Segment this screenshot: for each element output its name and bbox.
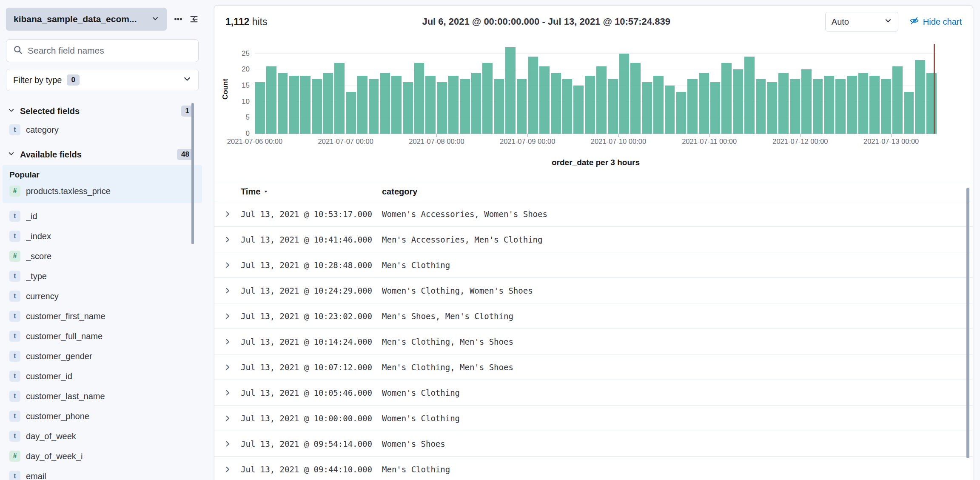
histogram-bar[interactable] xyxy=(380,73,390,134)
field-item-customer_id[interactable]: tcustomer_id xyxy=(6,366,199,386)
histogram-bar[interactable] xyxy=(494,79,504,134)
histogram-bar[interactable] xyxy=(551,73,561,134)
histogram-bar[interactable] xyxy=(346,92,356,134)
histogram-bar[interactable] xyxy=(414,63,424,134)
histogram-bar[interactable] xyxy=(630,63,641,134)
column-header-category[interactable]: category xyxy=(382,187,973,197)
field-item-products.taxless_price[interactable]: #products.taxless_price xyxy=(6,181,199,201)
histogram-bar[interactable] xyxy=(676,92,686,134)
histogram-bar[interactable] xyxy=(357,76,368,134)
table-scrollbar[interactable] xyxy=(966,188,969,458)
expand-row-button[interactable] xyxy=(224,338,241,346)
histogram-bar[interactable] xyxy=(323,73,333,134)
histogram-bar[interactable] xyxy=(733,69,743,134)
histogram-bar[interactable] xyxy=(425,76,436,134)
histogram-bar[interactable] xyxy=(255,82,265,134)
expand-row-button[interactable] xyxy=(224,389,241,397)
hide-chart-button[interactable]: Hide chart xyxy=(909,16,962,28)
interval-select[interactable]: Auto xyxy=(825,12,898,31)
histogram-bar[interactable] xyxy=(608,79,618,134)
histogram-bar[interactable] xyxy=(505,47,516,134)
histogram-bar[interactable] xyxy=(460,79,470,134)
histogram-bar[interactable] xyxy=(721,63,732,134)
histogram-bar[interactable] xyxy=(448,76,459,134)
histogram-bar[interactable] xyxy=(904,92,914,134)
histogram-bar[interactable] xyxy=(665,86,675,134)
histogram-bar[interactable] xyxy=(926,73,937,134)
histogram-bar[interactable] xyxy=(437,82,447,134)
histogram-bar[interactable] xyxy=(334,63,345,134)
histogram-bar[interactable] xyxy=(471,73,481,134)
histogram-bar[interactable] xyxy=(539,66,550,134)
histogram-bar[interactable] xyxy=(892,66,903,134)
histogram-bar[interactable] xyxy=(300,76,311,134)
histogram-bar[interactable] xyxy=(619,54,630,134)
field-item-customer_full_name[interactable]: tcustomer_full_name xyxy=(6,326,199,346)
expand-row-button[interactable] xyxy=(224,210,241,218)
histogram-bar[interactable] xyxy=(824,76,834,134)
histogram-bar[interactable] xyxy=(312,79,322,134)
expand-row-button[interactable] xyxy=(224,261,241,269)
field-item-email[interactable]: temail xyxy=(6,466,199,480)
histogram-bar[interactable] xyxy=(847,76,857,134)
histogram-bar[interactable] xyxy=(744,57,755,134)
histogram-bar[interactable] xyxy=(289,76,299,134)
column-header-time[interactable]: Time xyxy=(241,187,382,197)
field-item-currency[interactable]: tcurrency xyxy=(6,286,199,306)
expand-row-button[interactable] xyxy=(224,363,241,371)
expand-row-button[interactable] xyxy=(224,287,241,294)
field-item-customer_first_name[interactable]: tcustomer_first_name xyxy=(6,306,199,326)
histogram-bar[interactable] xyxy=(699,73,709,134)
expand-row-button[interactable] xyxy=(224,236,241,243)
field-item-day_of_week_i[interactable]: #day_of_week_i xyxy=(6,446,199,466)
histogram-plot[interactable]: 05101520252021-07-06 00:002021-07-07 00:… xyxy=(255,44,937,134)
search-field-names-input[interactable] xyxy=(28,46,191,56)
histogram-bar[interactable] xyxy=(790,79,800,134)
histogram-bar[interactable] xyxy=(767,82,777,134)
histogram-bar[interactable] xyxy=(653,76,664,134)
field-item-_score[interactable]: #_score xyxy=(6,246,199,266)
histogram-bar[interactable] xyxy=(687,79,698,134)
histogram-bar[interactable] xyxy=(528,57,538,134)
index-pattern-selector[interactable]: kibana_sample_data_ecom... xyxy=(6,8,167,31)
field-item-_type[interactable]: t_type xyxy=(6,266,199,286)
histogram-bar[interactable] xyxy=(642,82,652,134)
field-item-customer_gender[interactable]: tcustomer_gender xyxy=(6,346,199,366)
histogram-bar[interactable] xyxy=(858,73,869,134)
expand-row-button[interactable] xyxy=(224,440,241,448)
filter-by-type-dropdown[interactable]: Filter by type 0 xyxy=(6,69,199,91)
field-item-category[interactable]: tcategory xyxy=(6,120,199,140)
sidebar-scrollbar[interactable] xyxy=(191,103,194,244)
histogram-bar[interactable] xyxy=(835,79,846,134)
histogram-bar[interactable] xyxy=(403,82,413,134)
field-item-customer_last_name[interactable]: tcustomer_last_name xyxy=(6,386,199,406)
histogram-bar[interactable] xyxy=(869,76,880,134)
histogram-bar[interactable] xyxy=(596,66,607,134)
histogram-bar[interactable] xyxy=(710,82,721,134)
histogram-bar[interactable] xyxy=(813,79,823,134)
field-item-_index[interactable]: t_index xyxy=(6,226,199,246)
field-item-day_of_week[interactable]: tday_of_week xyxy=(6,426,199,446)
histogram-bar[interactable] xyxy=(517,79,527,134)
selected-fields-toggle[interactable]: Selected fields 1 xyxy=(6,102,199,120)
available-fields-toggle[interactable]: Available fields 48 xyxy=(6,146,199,163)
expand-row-button[interactable] xyxy=(224,312,241,320)
histogram-bar[interactable] xyxy=(573,86,584,134)
histogram-bar[interactable] xyxy=(801,69,812,134)
histogram-bar[interactable] xyxy=(266,66,276,134)
histogram-bar[interactable] xyxy=(915,60,925,134)
histogram-bar[interactable] xyxy=(369,79,379,134)
field-item-_id[interactable]: t_id xyxy=(6,206,199,226)
histogram-bar[interactable] xyxy=(778,73,789,134)
histogram-bar[interactable] xyxy=(585,76,595,134)
field-item-customer_phone[interactable]: tcustomer_phone xyxy=(6,406,199,426)
histogram-bar[interactable] xyxy=(562,79,573,134)
field-options-icon[interactable] xyxy=(174,12,183,26)
histogram-bar[interactable] xyxy=(881,79,891,134)
histogram-bar[interactable] xyxy=(482,63,493,134)
histogram-bar[interactable] xyxy=(278,73,288,134)
histogram-bar[interactable] xyxy=(756,79,766,134)
collapse-sidebar-icon[interactable] xyxy=(190,12,199,26)
expand-row-button[interactable] xyxy=(224,414,241,422)
histogram-bar[interactable] xyxy=(391,76,402,134)
